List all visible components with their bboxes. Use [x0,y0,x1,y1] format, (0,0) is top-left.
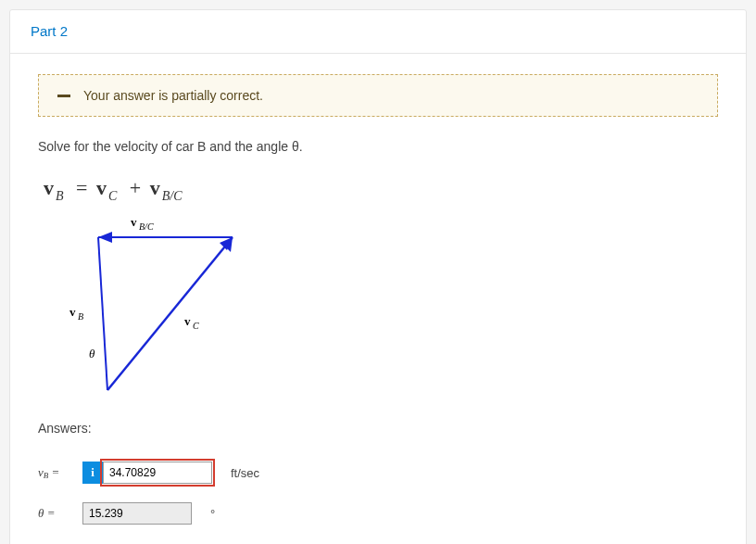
diagram-label-vc-sub: C [193,321,199,331]
minus-icon [57,95,70,97]
svg-text:v: v [131,215,137,229]
eq-v3: v [150,176,160,199]
eq-sub-c: C [107,189,120,203]
part-title: Part 2 [31,23,68,39]
vb-label: vB = [38,465,73,480]
eq-sub-b: B [54,189,68,203]
theta-unit: ° [210,507,215,521]
diagram-label-bc: B/C [139,221,154,232]
info-icon[interactable]: i [82,462,103,484]
diagram-label-vb-v: v [69,305,76,319]
vb-input[interactable] [103,462,212,484]
vector-diagram: v B/C v B v C θ [47,209,718,404]
question-card: Part 2 Your answer is partially correct.… [9,9,747,544]
answer-row-theta: θ = ° [38,502,718,525]
eq-equals: = [72,176,91,199]
vb-unit: ft/sec [231,466,259,480]
feedback-banner: Your answer is partially correct. [38,74,718,117]
velocity-equation: vB = vC + vB/C [44,176,718,204]
eq-v2: v [96,176,107,199]
answer-row-vb: vB = i ft/sec [38,462,718,484]
question-prompt: Solve for the velocity of car B and the … [38,139,718,154]
card-body: Your answer is partially correct. Solve … [10,54,746,544]
theta-label: θ = [38,506,73,521]
theta-input[interactable] [82,502,192,525]
vb-label-eq: = [48,465,59,479]
card-header: Part 2 [10,10,746,54]
eq-v1: v [44,176,54,199]
svg-line-2 [107,237,233,390]
eq-sub-bc: B/C [160,189,186,203]
feedback-text: Your answer is partially correct. [83,88,263,103]
diagram-label-vb-sub: B [78,311,83,322]
svg-line-5 [98,237,107,390]
svg-marker-1 [98,232,112,243]
eq-plus: + [126,176,145,199]
diagram-label-theta: θ [89,347,95,361]
diagram-label-vc-v: v [184,314,191,328]
answers-heading: Answers: [38,421,718,436]
triangle-svg: v B/C v B v C θ [47,209,260,404]
